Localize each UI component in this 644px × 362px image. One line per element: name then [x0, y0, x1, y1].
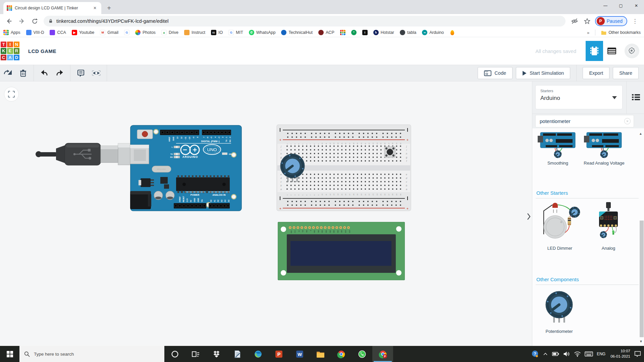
- arduino-uno-board[interactable]: AREFGND1312~11~10~987~6~54~32TX→1RX←0DIG…: [130, 125, 241, 211]
- starter-card-led-dimmer[interactable]: + LED Dimmer: [534, 201, 585, 251]
- svg-text:RESET: RESET: [182, 196, 184, 202]
- bookmark-arduino[interactable]: ∞Arduino: [422, 30, 444, 35]
- undo-button[interactable]: [37, 65, 52, 81]
- browser-menu-button[interactable]: ⋮: [630, 16, 640, 26]
- action-center-icon[interactable]: [634, 351, 641, 357]
- taskbar-app-chrome-profile-icon[interactable]: P: [372, 346, 393, 362]
- component-search[interactable]: ✕: [536, 115, 634, 127]
- redo-button[interactable]: [52, 65, 67, 81]
- scroll-down-icon[interactable]: ▼: [639, 340, 643, 343]
- tab-close-icon[interactable]: ✕: [92, 5, 98, 11]
- bookmark-photos[interactable]: Photos: [135, 30, 156, 35]
- bookmark-firebase-icon[interactable]: [449, 30, 455, 35]
- scroll-up-icon[interactable]: ▲: [639, 132, 642, 135]
- tray-expand-icon[interactable]: [543, 352, 548, 356]
- close-button[interactable]: ✕: [629, 0, 644, 11]
- bookmark-tabla[interactable]: tabla: [400, 30, 416, 35]
- taskbar-app-notepad-icon[interactable]: [227, 346, 248, 362]
- component-list-view-button[interactable]: [603, 41, 621, 61]
- bookmark-tinkercad-icon[interactable]: [340, 30, 345, 35]
- other-bookmarks-button[interactable]: Other bookmarks: [601, 30, 641, 35]
- bookmark-mit[interactable]: GMIT: [228, 30, 243, 35]
- starter-card-analog[interactable]: Analog: [589, 201, 628, 251]
- rotate-button[interactable]: [0, 65, 15, 81]
- minimize-button[interactable]: —: [598, 0, 613, 11]
- other-starters-heading: Other Starters: [536, 190, 568, 196]
- start-simulation-button[interactable]: Start Simulation: [516, 67, 570, 79]
- forward-button[interactable]: [16, 16, 27, 26]
- component-card-potentiometer[interactable]: Potentiometer: [536, 288, 583, 334]
- export-button[interactable]: Export: [583, 67, 609, 79]
- battery-icon[interactable]: [552, 351, 559, 357]
- other-components-heading: Other Components: [536, 277, 579, 282]
- volume-icon[interactable]: [563, 351, 570, 357]
- bookmark-hangouts-icon[interactable]: ”: [351, 30, 357, 35]
- taskbar-search[interactable]: Type here to search: [19, 346, 164, 362]
- address-bar[interactable]: tinkercad.com/things/43YDrtPCwFK-lcd-gam…: [44, 16, 566, 26]
- delete-button[interactable]: [15, 65, 31, 81]
- taskbar-app-chrome-icon[interactable]: [331, 346, 352, 362]
- taskbar-app-dropbox-icon[interactable]: [206, 346, 227, 362]
- start-button[interactable]: [0, 346, 19, 362]
- code-button[interactable]: Code: [478, 67, 513, 79]
- back-button[interactable]: [4, 16, 14, 26]
- bookmark-acp[interactable]: ACP: [318, 30, 334, 35]
- bookmark-iit-icon[interactable]: I: [362, 30, 368, 35]
- circuit-canvas[interactable]: AREFGND1312~11~10~987~6~54~32TX→1RX←0DIG…: [0, 81, 532, 346]
- svg-text:17: 17: [349, 143, 351, 144]
- bookmark-gmail[interactable]: MGmail: [100, 30, 118, 35]
- bookmarks-overflow-chevron[interactable]: »: [587, 30, 589, 35]
- breadboard[interactable]: ++++112233445566778899101011111212131314…: [277, 125, 411, 211]
- svg-text:10: 10: [321, 194, 323, 195]
- component-search-input[interactable]: [540, 118, 624, 124]
- clear-search-icon[interactable]: ✕: [624, 118, 631, 124]
- design-title[interactable]: LCD GAME: [28, 48, 56, 54]
- maximize-button[interactable]: ▢: [613, 0, 629, 11]
- starters-dropdown[interactable]: Starters Arduino: [536, 85, 622, 109]
- tinkercad-logo[interactable]: TINKERCAD: [1, 42, 19, 60]
- taskbar-app-file-explorer-icon[interactable]: [310, 346, 331, 362]
- component-list-toggle[interactable]: [631, 92, 641, 102]
- starter-card-read-analog-voltage[interactable]: Read Analog Voltage: [582, 130, 626, 166]
- touch-keyboard-icon[interactable]: [585, 351, 593, 357]
- bookmark-hotstar[interactable]: hHotstar: [373, 30, 394, 35]
- profile-button[interactable]: P Paused: [595, 16, 627, 26]
- wifi-icon[interactable]: [574, 351, 581, 357]
- bookmark-google-icon[interactable]: G: [124, 30, 129, 35]
- bookmark-drive[interactable]: ▲Drive: [161, 30, 178, 35]
- taskbar-app-powerpoint-icon[interactable]: P: [268, 346, 289, 362]
- eye-off-icon[interactable]: [569, 16, 580, 26]
- bookmark-whatsapp[interactable]: ✆WhatsApp: [249, 30, 276, 35]
- refresh-button[interactable]: [29, 16, 40, 26]
- sidebar-scrollbar[interactable]: [640, 221, 644, 337]
- notes-button[interactable]: [73, 65, 89, 81]
- bookmark-apps[interactable]: Apps: [3, 30, 20, 35]
- taskbar-app-cortana-icon[interactable]: [164, 346, 185, 362]
- circuit-view-button[interactable]: [586, 41, 603, 61]
- usb-cable[interactable]: [35, 139, 138, 169]
- get-help-icon[interactable]: ?: [531, 350, 539, 358]
- visibility-button[interactable]: [89, 65, 104, 81]
- taskbar-app-word-icon[interactable]: W: [289, 346, 310, 362]
- bookmark-youtube[interactable]: ▶Youtube: [72, 30, 94, 35]
- bookmark-io[interactable]: IOIO: [211, 30, 223, 35]
- bookmark-cca[interactable]: CCA: [50, 30, 66, 35]
- lcd-16x2-display[interactable]: GNDVCCV0RSRWEDB0DB1DB2DB3DB4DB5DB6DB7LED…: [278, 222, 405, 280]
- language-indicator[interactable]: ENG: [597, 352, 605, 356]
- user-avatar[interactable]: [625, 44, 639, 58]
- taskbar-app-whatsapp-icon[interactable]: [352, 346, 372, 362]
- bookmark-instruct[interactable]: Instruct: [184, 30, 205, 35]
- share-button[interactable]: Share: [613, 67, 639, 79]
- acp-icon: [318, 30, 324, 35]
- taskbar-app-task-view-icon[interactable]: [185, 346, 206, 362]
- bookmark-technicalhut[interactable]: TechnicalHut: [281, 30, 313, 35]
- starter-card-smoothing[interactable]: Smoothing: [536, 130, 580, 166]
- taskbar-clock[interactable]: 10:07 06-01-2021: [610, 349, 630, 359]
- bookmark-viii-d[interactable]: VIII-D: [26, 30, 44, 35]
- bookmark-star-icon[interactable]: [582, 16, 593, 26]
- new-tab-button[interactable]: +: [104, 3, 114, 13]
- sidebar-collapse-handle[interactable]: [525, 210, 532, 223]
- browser-tab[interactable]: Circuit design LCD GAME | Tinker ✕: [3, 2, 101, 14]
- zoom-to-fit-button[interactable]: [4, 87, 19, 102]
- taskbar-app-edge-icon[interactable]: [248, 346, 268, 362]
